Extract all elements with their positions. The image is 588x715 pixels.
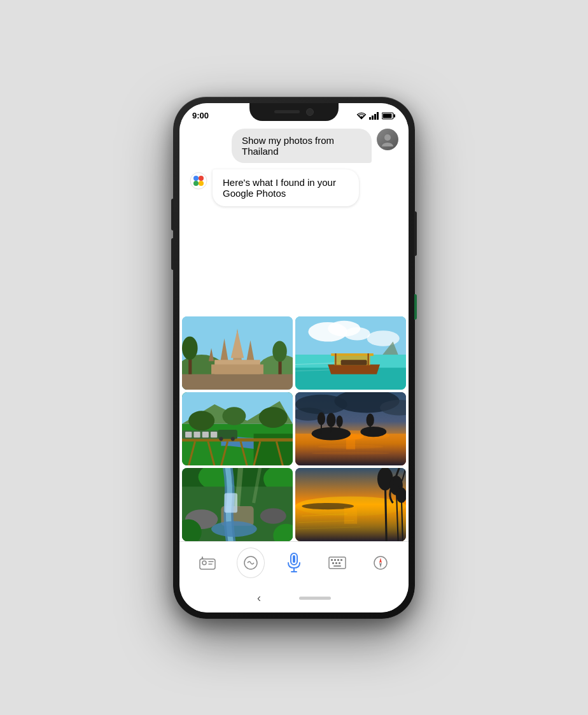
lens-icon [242, 555, 259, 571]
svg-point-32 [344, 327, 370, 340]
snapshot-icon [199, 556, 216, 570]
waterfall-svg [182, 468, 293, 541]
user-avatar [377, 129, 398, 150]
chat-area: Show my photos from Thailand [179, 124, 409, 316]
temple-svg [182, 316, 293, 390]
user-bubble: Show my photos from Thailand [232, 129, 372, 163]
mic-button[interactable] [280, 549, 308, 577]
svg-rect-6 [383, 113, 392, 118]
svg-point-87 [312, 451, 390, 454]
svg-rect-62 [202, 432, 209, 437]
avatar-icon [381, 132, 395, 146]
svg-point-77 [360, 426, 386, 436]
svg-point-85 [367, 413, 374, 426]
svg-rect-44 [341, 360, 367, 365]
photo-boat[interactable] [295, 316, 406, 390]
lens-outer-ring [237, 548, 265, 578]
compass-button[interactable] [367, 549, 395, 577]
svg-rect-60 [185, 432, 192, 437]
mic-icon [286, 553, 302, 573]
svg-point-8 [382, 143, 393, 146]
speaker [274, 110, 300, 113]
photo-grid [179, 316, 409, 541]
phone-wrapper: 9:00 [173, 97, 415, 619]
photo-sunset[interactable] [295, 392, 406, 465]
svg-point-33 [367, 330, 400, 346]
google-assistant-logo [190, 172, 207, 190]
svg-line-101 [237, 468, 241, 506]
svg-rect-24 [182, 374, 293, 389]
assistant-button[interactable] [414, 294, 417, 320]
svg-marker-39 [328, 364, 380, 374]
keyboard-icon [328, 556, 346, 569]
svg-rect-131 [337, 559, 339, 561]
svg-rect-0 [369, 117, 371, 120]
svg-rect-3 [377, 112, 379, 120]
photo-waterfall[interactable] [182, 468, 293, 541]
phone-screen-border: 9:00 [179, 103, 409, 612]
nav-bar: ‹ [179, 584, 409, 612]
compass-icon [373, 555, 388, 570]
svg-rect-5 [394, 114, 396, 117]
svg-rect-134 [335, 562, 337, 564]
notch [249, 103, 339, 121]
train-svg [182, 392, 293, 465]
svg-point-49 [259, 407, 288, 428]
svg-rect-136 [333, 565, 341, 567]
svg-point-98 [211, 521, 257, 537]
status-icons [356, 112, 396, 120]
svg-point-118 [202, 561, 206, 565]
assistant-bubble: Here's what I found in your Google Photo… [213, 169, 359, 206]
assistant-message-row: Here's what I found in your Google Photo… [190, 169, 398, 206]
svg-point-66 [231, 437, 235, 441]
bottom-toolbar [179, 541, 409, 584]
svg-point-10 [193, 176, 199, 181]
svg-rect-61 [193, 432, 200, 437]
svg-rect-135 [339, 562, 340, 564]
dusk-svg [295, 468, 406, 541]
svg-point-95 [260, 508, 286, 524]
svg-point-11 [199, 176, 204, 181]
svg-rect-2 [374, 114, 376, 120]
svg-rect-23 [211, 364, 263, 374]
wifi-icon [356, 112, 367, 120]
front-camera [306, 108, 314, 116]
back-button[interactable]: ‹ [257, 591, 261, 605]
photo-train[interactable] [182, 392, 293, 465]
svg-point-79 [318, 412, 325, 425]
svg-marker-139 [379, 563, 382, 568]
svg-point-9 [190, 173, 207, 189]
phone-screen: 9:00 [179, 103, 409, 612]
sunset-svg [295, 392, 406, 465]
battery-icon [382, 112, 396, 120]
svg-point-12 [193, 181, 199, 186]
svg-point-28 [272, 341, 287, 362]
svg-point-65 [219, 437, 223, 441]
svg-point-47 [188, 411, 214, 430]
svg-rect-129 [331, 559, 333, 561]
lens-button[interactable] [237, 549, 265, 577]
svg-point-13 [199, 181, 204, 186]
svg-point-48 [222, 407, 246, 425]
volume-up-button[interactable] [171, 199, 174, 230]
svg-rect-133 [332, 562, 334, 564]
volume-down-button[interactable] [171, 238, 174, 270]
photo-temple[interactable] [182, 316, 293, 390]
svg-rect-1 [372, 115, 374, 120]
keyboard-button[interactable] [323, 549, 351, 577]
boat-svg [295, 316, 406, 390]
svg-rect-117 [200, 559, 215, 569]
photo-dusk[interactable] [295, 468, 406, 541]
scene: 9:00 [0, 0, 588, 715]
svg-rect-125 [293, 555, 295, 563]
svg-marker-138 [379, 558, 382, 563]
svg-point-83 [336, 415, 342, 427]
svg-point-26 [182, 336, 198, 360]
user-message-row: Show my photos from Thailand [190, 129, 398, 163]
svg-rect-40 [331, 353, 374, 356]
svg-point-81 [326, 413, 335, 427]
power-button[interactable] [414, 211, 417, 256]
home-indicator[interactable] [299, 597, 331, 600]
snapshot-button[interactable] [193, 549, 221, 577]
svg-rect-113 [344, 507, 357, 524]
